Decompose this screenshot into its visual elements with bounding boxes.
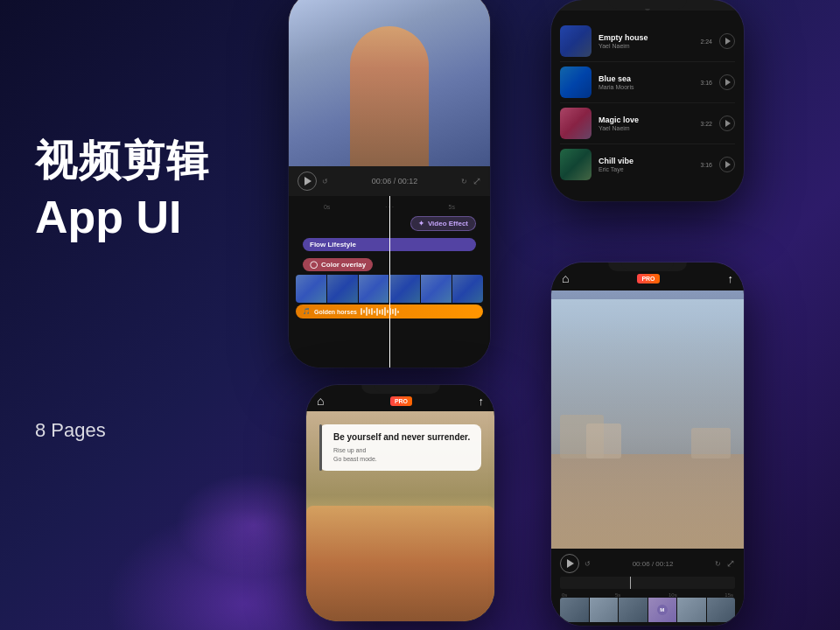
music-duration-4: 3:16: [700, 162, 712, 168]
video-preview-area: [289, 0, 490, 166]
expand-icon[interactable]: ⤢: [472, 175, 481, 187]
text-overlay-background: Be yourself and never surrender. Rise up…: [306, 411, 494, 621]
music-info-1: Empty house Yael Naeim: [598, 33, 693, 49]
music-thumbnail-3: [560, 108, 592, 139]
play-icon-1: [725, 38, 731, 45]
marker-icon: M: [657, 605, 668, 615]
strip-frame: [707, 598, 736, 622]
timeline-cursor: [389, 196, 390, 368]
music-thumbnail-1: [560, 25, 592, 57]
phone3-content: Be yourself and never surrender. Rise up…: [306, 411, 494, 621]
food-photo: [306, 506, 494, 621]
home-icon[interactable]: ⌂: [317, 394, 324, 408]
play-icon-p4: [567, 559, 574, 568]
music-play-3[interactable]: [719, 116, 735, 131]
phone4-controls: ↺ 00:06 / 00:12 ↻ ⤢ 0s 5s 10s 15s M: [551, 549, 744, 626]
music-play-4[interactable]: [719, 157, 735, 172]
video-person-bg: [289, 0, 490, 166]
home-icon-p4[interactable]: ⌂: [562, 271, 569, 285]
title-english: App UI: [35, 190, 280, 244]
play-icon: [304, 177, 312, 186]
couple-video-phone: ⌂ PRO ↑ ↺ 00:06 / 00:12 ↻ ⤢: [551, 262, 744, 626]
music-title-1: Empty house: [598, 33, 693, 42]
music-play-1[interactable]: [719, 33, 735, 49]
play-icon-3: [725, 120, 731, 127]
left-panel: 视频剪辑 App UI 8 Pages: [35, 0, 280, 630]
ruler-5s: 5s: [421, 204, 483, 210]
strip-frame-marker: M: [648, 598, 677, 622]
text-overlay-phone: ⌂ PRO ↑ Be yourself and never surrender.…: [306, 385, 494, 621]
music-list: Empty house Yael Naeim 2:24 Blue sea Mar…: [551, 21, 744, 201]
color-overlay-tag[interactable]: ◯ Color overlay: [303, 258, 373, 271]
music-thumbnail-2: [560, 66, 592, 98]
music-title-4: Chill vibe: [598, 157, 693, 165]
video-controls-bar: ↺ 00:06 / 00:12 ↻ ⤢: [289, 166, 490, 196]
play-icon-2: [725, 79, 731, 86]
time-display-p4: 00:06 / 00:12: [596, 560, 710, 568]
waveform: [360, 307, 476, 316]
music-duration-2: 3:16: [700, 80, 712, 86]
music-artist-4: Eric Taye: [598, 166, 693, 172]
controls-row: ↺ 00:06 / 00:12 ↻ ⤢: [560, 554, 735, 573]
strip-frame: [590, 598, 619, 622]
video-effect-tag[interactable]: ✦ Video Effect: [410, 216, 476, 231]
left-border: [319, 424, 322, 471]
music-artist-2: Maria Mooris: [598, 84, 693, 90]
undo-icon-p4[interactable]: ↺: [584, 560, 591, 568]
video-strip-p4: M: [560, 598, 735, 622]
video-editor-phone: ↺ 00:06 / 00:12 ↻ ⤢ 0s · · · 5s ✦ Video …: [289, 0, 490, 368]
music-duration-3: 3:22: [700, 121, 712, 127]
pro-badge: PRO: [390, 396, 412, 406]
strip-frame: [677, 598, 706, 622]
music-item[interactable]: Magic love Yael Naeim 3:22: [551, 103, 744, 144]
play-button[interactable]: [298, 172, 317, 191]
ruler-0s: 0s: [296, 204, 358, 210]
music-item[interactable]: Empty house Yael Naeim 2:24: [551, 21, 744, 61]
music-info-3: Magic love Yael Naeim: [598, 116, 693, 131]
music-item[interactable]: Blue sea Maria Mooris 3:16: [551, 62, 744, 102]
music-thumbnail-4: [560, 149, 592, 180]
text-card: Be yourself and never surrender. Rise up…: [319, 424, 481, 471]
timeline-bar-p4[interactable]: [560, 577, 735, 589]
share-icon-p4[interactable]: ↑: [727, 272, 733, 285]
title-chinese: 视频剪辑: [35, 136, 280, 186]
music-duration-1: 2:24: [700, 38, 712, 45]
person-silhouette: [350, 26, 429, 166]
music-artist-1: Yael Naeim: [598, 43, 693, 49]
music-title-2: Blue sea: [598, 74, 693, 83]
music-play-2[interactable]: [719, 74, 735, 90]
time-display: 00:06 / 00:12: [333, 177, 456, 186]
music-item[interactable]: Chill vibe Eric Taye 3:16: [551, 144, 744, 185]
couple-silhouette: [551, 317, 744, 550]
music-list-phone: Empty house Yael Naeim 2:24 Blue sea Mar…: [551, 0, 744, 201]
play-icon-4: [725, 161, 731, 168]
music-title-3: Magic love: [598, 116, 693, 124]
couple-video-area: [551, 290, 744, 549]
music-info-2: Blue sea Maria Mooris: [598, 74, 693, 90]
timeline-area: 0s · · · 5s ✦ Video Effect Flow Lifestyl…: [289, 196, 490, 368]
strip-frame: [560, 598, 589, 622]
redo-icon[interactable]: ↻: [461, 178, 467, 186]
pro-badge-p4: PRO: [637, 274, 659, 284]
music-artist-3: Yael Naeim: [598, 125, 693, 131]
undo-icon[interactable]: ↺: [322, 178, 328, 186]
redo-icon-p4[interactable]: ↻: [715, 560, 721, 568]
text-card-sub: Rise up andGo beast mode.: [333, 446, 472, 464]
strip-frame: [619, 598, 648, 622]
text-card-main: Be yourself and never surrender.: [333, 431, 472, 443]
play-button-p4[interactable]: [560, 554, 579, 573]
pages-count: 8 Pages: [35, 419, 280, 442]
expand-icon-p4[interactable]: ⤢: [726, 557, 735, 570]
music-info-4: Chill vibe Eric Taye: [598, 157, 693, 172]
share-icon[interactable]: ↑: [478, 395, 484, 408]
